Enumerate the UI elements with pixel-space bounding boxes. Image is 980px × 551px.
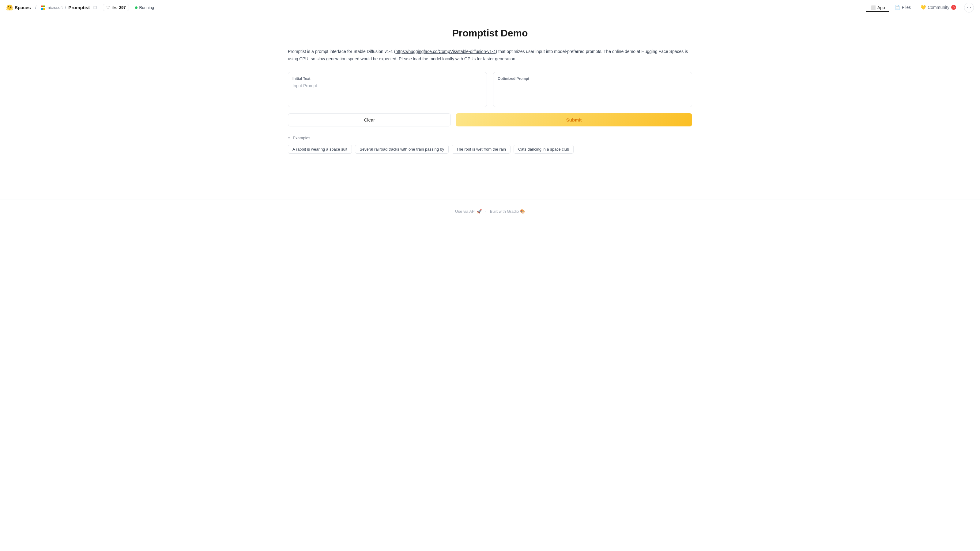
microsoft-grid-icon: [41, 5, 45, 10]
main-content: Promptist Demo Promptist is a prompt int…: [275, 15, 705, 181]
spaces-link[interactable]: 🤗 Spaces: [6, 4, 31, 11]
description-link[interactable]: https://huggingface.co/CompVis/stable-di…: [395, 49, 495, 54]
footer-dot: ·: [485, 209, 486, 214]
example-chip-2[interactable]: The roof is wet from the rain: [452, 145, 511, 154]
initial-text-input[interactable]: [293, 83, 482, 102]
example-chip-1[interactable]: Several railroad tracks with one train p…: [355, 145, 449, 154]
examples-header: ≡ Examples: [288, 136, 692, 140]
files-label: Files: [902, 5, 911, 10]
tab-community[interactable]: 💛 Community 5: [916, 3, 960, 12]
initial-text-label: Initial Text: [293, 76, 482, 81]
community-icon: 💛: [921, 5, 926, 10]
heart-icon: ♡: [106, 5, 110, 10]
api-label: Use via API: [455, 209, 476, 214]
files-icon: 📄: [895, 5, 900, 10]
more-options-button[interactable]: ⋯: [964, 3, 974, 13]
examples-chips: A rabbit is wearing a space suit Several…: [288, 145, 692, 154]
page-title: Promptist Demo: [288, 27, 692, 39]
optimized-prompt-field: Optimized Prompt: [493, 72, 692, 107]
running-label: Running: [139, 5, 154, 10]
footer: Use via API 🚀 · Built with Gradio 🎨: [0, 200, 980, 223]
form-grid: Initial Text Optimized Prompt: [288, 72, 692, 107]
gradio-link[interactable]: Built with Gradio 🎨: [490, 209, 525, 214]
copy-icon[interactable]: ❐: [94, 5, 97, 10]
examples-icon: ≡: [288, 136, 290, 140]
api-link[interactable]: Use via API 🚀: [455, 209, 483, 214]
tab-files[interactable]: 📄 Files: [891, 3, 915, 12]
org-name: microsoft: [46, 5, 63, 10]
like-count: 297: [119, 5, 126, 10]
description-text: Promptist is a prompt interface for Stab…: [288, 48, 692, 63]
clear-button[interactable]: Clear: [288, 113, 451, 126]
app-icon: ⬜: [870, 5, 875, 10]
built-label: Built with Gradio: [490, 209, 519, 214]
community-label: Community: [928, 5, 950, 10]
header-left: 🤗 Spaces / microsoft / Promptist ❐ ♡ lik…: [6, 4, 866, 11]
optimized-prompt-output: [498, 83, 687, 102]
org-repo-separator: /: [65, 5, 66, 10]
running-dot-icon: [135, 6, 137, 9]
button-row: Clear Submit: [288, 113, 692, 126]
tab-app[interactable]: ⬜ App: [866, 3, 889, 12]
app-label: App: [877, 5, 885, 10]
header: 🤗 Spaces / microsoft / Promptist ❐ ♡ lik…: [0, 0, 980, 15]
description-part1: Promptist is a prompt interface for Stab…: [288, 49, 395, 54]
header-nav: ⬜ App 📄 Files 💛 Community 5 ⋯: [866, 3, 974, 13]
spaces-label: Spaces: [15, 5, 31, 10]
example-chip-0[interactable]: A rabbit is wearing a space suit: [288, 145, 352, 154]
submit-button[interactable]: Submit: [456, 113, 692, 126]
spaces-emoji: 🤗: [6, 4, 13, 11]
org-logo: microsoft / Promptist: [41, 5, 90, 10]
like-button[interactable]: ♡ like 297: [103, 4, 129, 11]
initial-text-field: Initial Text: [288, 72, 487, 107]
repo-name: Promptist: [68, 5, 90, 10]
examples-section: ≡ Examples A rabbit is wearing a space s…: [288, 136, 692, 154]
examples-label: Examples: [293, 136, 310, 140]
like-label: like: [111, 5, 118, 10]
gradio-emoji: 🎨: [520, 209, 525, 214]
running-badge: Running: [135, 5, 154, 10]
community-badge: 5: [951, 5, 956, 10]
optimized-prompt-label: Optimized Prompt: [498, 76, 687, 81]
api-emoji: 🚀: [477, 209, 482, 214]
breadcrumb-separator: /: [35, 5, 37, 10]
example-chip-3[interactable]: Cats dancing in a space club: [514, 145, 574, 154]
